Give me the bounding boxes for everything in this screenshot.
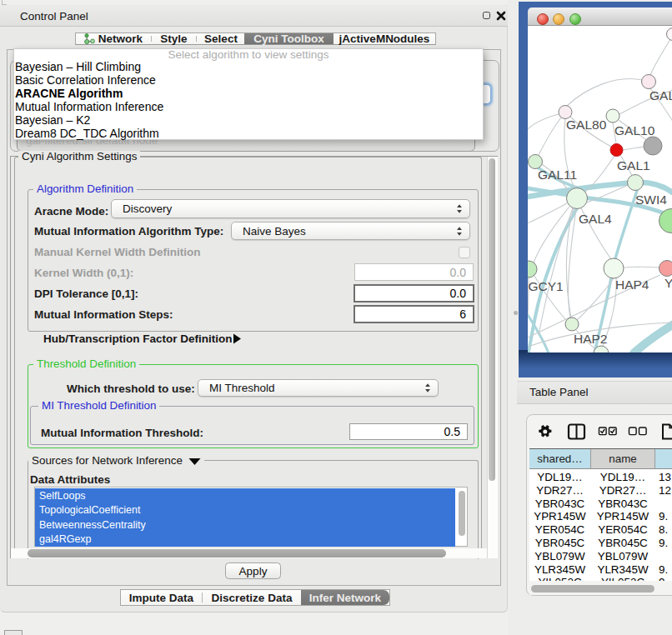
svg-text:GAL2: GAL2 — [649, 88, 672, 102]
svg-text:GAL11: GAL11 — [538, 168, 577, 182]
svg-text:GAL10: GAL10 — [614, 123, 655, 138]
svg-text:GAL1: GAL1 — [617, 158, 650, 172]
svg-text:GAL80: GAL80 — [566, 118, 607, 132]
svg-text:GAL4: GAL4 — [579, 212, 612, 226]
svg-text:Y: Y — [664, 276, 672, 290]
svg-text:HAP4: HAP4 — [615, 278, 649, 292]
svg-text:SWI4: SWI4 — [635, 192, 667, 207]
svg-text:GCY1: GCY1 — [529, 279, 564, 293]
svg-text:HAP2: HAP2 — [574, 332, 608, 346]
